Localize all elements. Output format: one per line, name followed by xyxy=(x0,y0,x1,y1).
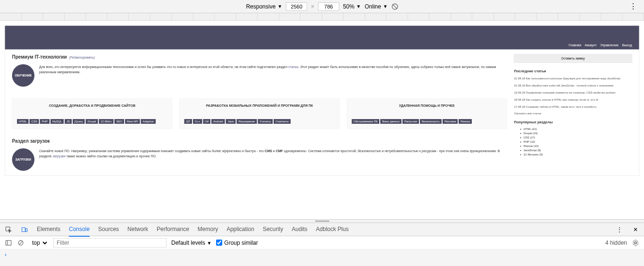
tag[interactable]: Adaptive xyxy=(141,119,155,124)
service-column: УДАЛЕННАЯ ПОМОЩЬ И ПРОЧЕЕОбслуживание ПК… xyxy=(347,99,507,129)
more-icon[interactable]: ⋮ xyxy=(616,226,623,233)
tag[interactable]: 1C-Bitrix xyxy=(99,119,113,124)
tag[interactable]: Расширения xyxy=(236,119,257,124)
zoom-select[interactable]: 50% ▼ xyxy=(343,3,361,10)
devtools-tab-security[interactable]: Security xyxy=(263,223,283,237)
tag[interactable]: Rest API xyxy=(125,119,140,124)
svg-rect-3 xyxy=(22,227,25,231)
tag[interactable]: Java xyxy=(226,119,236,124)
article-item[interactable]: 19.08.18 Управление позицией элемента на… xyxy=(514,91,632,95)
group-similar-checkbox[interactable]: Group similar xyxy=(216,240,258,246)
settings-icon[interactable] xyxy=(632,239,639,247)
tag[interactable]: Рассылки xyxy=(402,119,419,124)
close-icon[interactable]: ✕ xyxy=(632,226,639,233)
edit-link[interactable]: (Редактировать) xyxy=(69,56,95,60)
article-item[interactable]: 21.08.18 Как пользоваться консолью брауз… xyxy=(514,77,632,81)
tag[interactable]: Базы данных xyxy=(380,119,401,124)
tag[interactable]: C++ xyxy=(193,119,202,124)
devtools-tab-audits[interactable]: Audits xyxy=(292,223,307,237)
filter-input[interactable] xyxy=(53,238,167,248)
tag[interactable]: PHP xyxy=(40,119,50,124)
popular-item[interactable]: Разное (10) xyxy=(524,145,632,148)
device-label: Responsive xyxy=(246,3,276,10)
viewport-width-input[interactable] xyxy=(286,2,307,11)
devtools-tab-sources[interactable]: Sources xyxy=(98,223,119,237)
tag[interactable]: Drupal xyxy=(86,119,98,124)
tag[interactable]: Android xyxy=(211,119,225,124)
devtools-tab-performance[interactable]: Performance xyxy=(157,223,189,237)
svg-rect-4 xyxy=(25,228,27,231)
recent-articles-heading: Последние статьи xyxy=(514,69,632,73)
tag[interactable]: JS xyxy=(65,119,72,124)
downloads-text: Скачайте новое ПО. Например, уникальная … xyxy=(39,148,507,159)
popular-item[interactable]: Drupal (19) xyxy=(524,132,632,135)
dimension-separator: × xyxy=(311,3,314,10)
article-item[interactable]: 18.08.18 Как создать список в HTML при п… xyxy=(514,98,632,102)
device-select[interactable]: Responsive ▼ xyxy=(246,3,282,10)
chevron-down-icon: ▼ xyxy=(207,240,211,246)
devtools-tab-adblock-plus[interactable]: Adblock Plus xyxy=(316,223,349,237)
clear-console-icon[interactable] xyxy=(17,239,25,247)
nav-link[interactable]: Главная xyxy=(569,43,581,47)
tag[interactable]: QT xyxy=(184,119,192,124)
device-mode-icon[interactable] xyxy=(21,226,28,233)
console-toolbar: top Default levels ▼ Group similar 4 hid… xyxy=(0,236,644,249)
articles-link[interactable]: статьи xyxy=(288,65,298,69)
tag[interactable]: C# xyxy=(203,119,210,124)
intro-text: Для всех, кто интересуется информационны… xyxy=(39,64,507,75)
nav-link[interactable]: Выход xyxy=(622,43,632,47)
viewport[interactable]: ГлавнаяАккаунтУправлениеВыход Премиум IT… xyxy=(0,21,644,219)
nav-link[interactable]: Аккаунт xyxy=(585,43,596,47)
training-badge: ОБУЧЕНИЕ xyxy=(12,64,35,87)
service-column: РАЗРАБОТКА МОБИЛЬНЫХ ПРИЛОЖЕНИЙ И ПРОГРА… xyxy=(179,99,340,129)
downloads-badge: ЗАГРУЗКИ xyxy=(12,148,35,171)
context-select[interactable]: top xyxy=(29,238,49,248)
devtools-tab-console[interactable]: Console xyxy=(69,223,90,237)
tag[interactable]: Реклама xyxy=(443,119,458,124)
chevron-down-icon: ▼ xyxy=(277,4,282,9)
popular-item[interactable]: PHP (12) xyxy=(524,140,632,144)
group-label: Group similar xyxy=(224,240,258,246)
ruler xyxy=(0,13,644,21)
popular-item[interactable]: 1С-Битрикс (5) xyxy=(524,153,632,156)
tag[interactable]: Обслуживание ПК xyxy=(351,119,379,124)
devtools-tab-application[interactable]: Application xyxy=(226,223,254,237)
column-title: СОЗДАНИЕ, ДОРАБОТКА И ПРОДВИЖЕНИЕ САЙТОВ xyxy=(17,103,167,107)
tag[interactable]: CSS xyxy=(29,119,39,124)
zoom-label: 50% xyxy=(343,3,354,10)
nav-link[interactable]: Управление xyxy=(600,43,619,47)
svg-line-8 xyxy=(19,241,23,244)
all-articles-link[interactable]: Смотреть все статьи xyxy=(514,112,632,115)
console-prompt[interactable]: › xyxy=(0,249,644,259)
tag[interactable]: Сниппеты xyxy=(274,119,291,124)
popular-item[interactable]: CSS (17) xyxy=(524,136,632,139)
inspect-icon[interactable] xyxy=(5,226,12,233)
tag[interactable]: jQuery xyxy=(73,119,85,124)
request-button[interactable]: Оставить заявку xyxy=(514,54,632,63)
tag[interactable]: MySQL xyxy=(50,119,64,124)
viewport-height-input[interactable] xyxy=(318,2,339,11)
tag[interactable]: HTML xyxy=(17,119,28,124)
downloads-link[interactable]: загрузки xyxy=(52,154,65,158)
chevron-down-icon: ▼ xyxy=(383,4,388,9)
levels-label: Default levels xyxy=(171,240,205,246)
tag[interactable]: Разное xyxy=(459,119,472,124)
sidebar-toggle-icon[interactable] xyxy=(5,239,12,247)
tag[interactable]: SEO xyxy=(114,119,124,124)
popular-item[interactable]: HTML (21) xyxy=(524,128,632,131)
throttling-select[interactable]: Online ▼ xyxy=(365,3,388,10)
rendered-page: ГлавнаяАккаунтУправлениеВыход Премиум IT… xyxy=(5,26,639,176)
devtools-tab-elements[interactable]: Elements xyxy=(37,223,60,237)
tag[interactable]: Безопасность xyxy=(420,119,442,124)
rotate-icon[interactable] xyxy=(392,3,398,10)
hidden-count[interactable]: 4 hidden xyxy=(605,240,627,246)
service-column: СОЗДАНИЕ, ДОРАБОТКА И ПРОДВИЖЕНИЕ САЙТОВ… xyxy=(12,99,173,129)
article-item[interactable]: 21.08.18 Все обработчики событий JavaScr… xyxy=(514,84,632,88)
more-options-icon[interactable]: ⋮ xyxy=(629,2,637,11)
popular-item[interactable]: JavaScript (8) xyxy=(524,149,632,152)
tag[interactable]: Утилиты xyxy=(258,119,273,124)
article-item[interactable]: 17.08.18 Создание таблиц в HTML, какие е… xyxy=(514,105,632,109)
devtools-tab-memory[interactable]: Memory xyxy=(198,223,218,237)
log-levels-select[interactable]: Default levels ▼ xyxy=(171,240,211,246)
devtools-tab-network[interactable]: Network xyxy=(127,223,148,237)
